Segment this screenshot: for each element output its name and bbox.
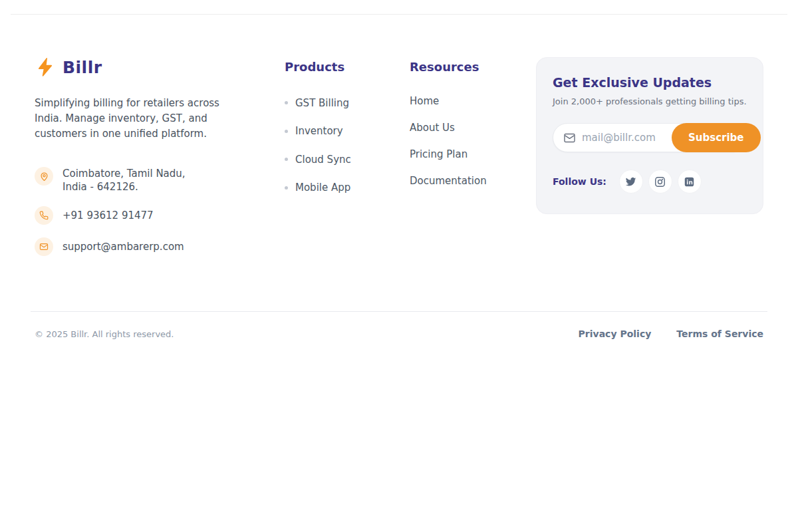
list-item: GST Billing xyxy=(285,94,394,109)
newsletter-title: Get Exclusive Updates xyxy=(553,75,747,90)
link-label: Inventory xyxy=(295,125,343,137)
subscribe-form: Subscribe xyxy=(553,123,747,152)
bullet-icon xyxy=(285,186,288,190)
twitter-button[interactable] xyxy=(619,170,643,194)
email-text: support@ambarerp.com xyxy=(63,240,184,253)
envelope-icon xyxy=(35,237,53,256)
contact-list: Coimbatore, Tamil Nadu, India - 642126. … xyxy=(35,167,269,256)
link-label: GST Billing xyxy=(295,97,349,109)
legal-links: Privacy Policy Terms of Service xyxy=(579,329,763,339)
link-home[interactable]: Home xyxy=(410,95,439,107)
products-column: Products GST Billing Inventory Cloud Syn… xyxy=(285,57,394,207)
products-title: Products xyxy=(285,57,394,74)
email-input[interactable] xyxy=(582,132,672,144)
instagram-button[interactable] xyxy=(648,170,672,194)
list-item: Cloud Sync xyxy=(285,151,394,166)
brand-column: Billr Simplifying billing for retailers … xyxy=(35,57,269,269)
products-list: GST Billing Inventory Cloud Sync Mobile … xyxy=(285,94,394,194)
linkedin-icon xyxy=(684,176,695,188)
link-gst-billing[interactable]: GST Billing xyxy=(285,97,349,109)
link-about-us[interactable]: About Us xyxy=(410,122,455,134)
brand-logo[interactable]: Billr xyxy=(35,57,269,78)
follow-us-label: Follow Us: xyxy=(553,176,606,187)
privacy-policy-link[interactable]: Privacy Policy xyxy=(579,329,652,339)
subscribe-button[interactable]: Subscribe xyxy=(672,123,761,152)
contact-phone[interactable]: +91 93612 91477 xyxy=(35,206,269,225)
lightning-bolt-icon xyxy=(35,57,56,78)
link-cloud-sync[interactable]: Cloud Sync xyxy=(285,154,351,166)
bullet-icon xyxy=(285,158,288,161)
link-label: Home xyxy=(410,95,439,107)
link-mobile-app[interactable]: Mobile App xyxy=(285,182,350,194)
address-text: Coimbatore, Tamil Nadu, India - 642126. xyxy=(63,167,186,194)
list-item: Pricing Plan xyxy=(410,148,520,160)
link-label: Mobile App xyxy=(295,182,350,194)
instagram-icon xyxy=(654,176,666,188)
phone-text: +91 93612 91477 xyxy=(63,209,154,222)
address-line2: India - 642126. xyxy=(63,181,138,193)
link-label: About Us xyxy=(410,122,455,134)
contact-address: Coimbatore, Tamil Nadu, India - 642126. xyxy=(35,167,269,194)
location-pin-icon xyxy=(35,167,53,186)
terms-of-service-link[interactable]: Terms of Service xyxy=(676,329,763,339)
twitter-icon xyxy=(625,176,636,188)
linkedin-button[interactable] xyxy=(678,170,702,194)
list-item: Home xyxy=(410,94,520,107)
resources-column: Resources Home About Us Pricing Plan Doc… xyxy=(410,57,520,201)
list-item: Documentation xyxy=(410,174,520,187)
bullet-icon xyxy=(285,101,288,104)
brand-tagline: Simplifying billing for retailers across… xyxy=(35,96,242,142)
address-line1: Coimbatore, Tamil Nadu, xyxy=(63,168,186,180)
copyright-text: © 2025 Billr. All rights reserved. xyxy=(35,329,174,339)
link-label: Documentation xyxy=(410,175,487,187)
link-documentation[interactable]: Documentation xyxy=(410,175,487,187)
contact-email[interactable]: support@ambarerp.com xyxy=(35,237,269,256)
footer: Billr Simplifying billing for retailers … xyxy=(35,15,763,269)
list-item: Mobile App xyxy=(285,180,394,194)
link-label: Cloud Sync xyxy=(295,154,351,166)
link-label: Pricing Plan xyxy=(410,148,467,160)
bullet-icon xyxy=(285,130,288,133)
follow-row: Follow Us: xyxy=(553,170,747,194)
newsletter-card: Get Exclusive Updates Join 2,000+ profes… xyxy=(536,57,763,214)
resources-title: Resources xyxy=(410,57,520,74)
list-item: Inventory xyxy=(285,123,394,138)
phone-icon xyxy=(35,206,53,225)
list-item: About Us xyxy=(410,121,520,134)
social-buttons xyxy=(619,170,702,194)
link-pricing-plan[interactable]: Pricing Plan xyxy=(410,148,467,160)
bottom-bar: © 2025 Billr. All rights reserved. Priva… xyxy=(35,312,763,356)
newsletter-subtitle: Join 2,000+ professionals getting billin… xyxy=(553,96,747,106)
resources-list: Home About Us Pricing Plan Documentation xyxy=(410,94,520,187)
brand-name: Billr xyxy=(63,58,102,77)
mail-icon xyxy=(563,132,576,144)
link-inventory[interactable]: Inventory xyxy=(285,125,343,137)
